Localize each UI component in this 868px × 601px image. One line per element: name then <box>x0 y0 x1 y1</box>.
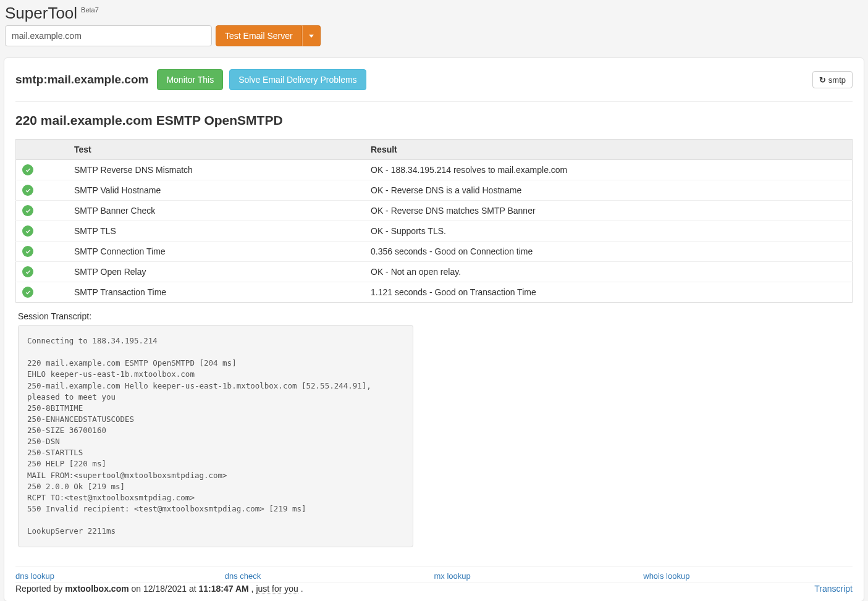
check-circle-icon <box>22 205 33 216</box>
test-name-cell: SMTP Open Relay <box>68 262 364 282</box>
check-circle-icon <box>22 164 33 175</box>
test-name-cell: SMTP Valid Hostname <box>68 180 364 201</box>
reported-by-row: Reported by mxtoolbox.com on 12/18/2021 … <box>15 582 853 596</box>
test-name-cell: SMTP Reverse DNS Mismatch <box>68 160 364 180</box>
test-name-cell: SMTP TLS <box>68 221 364 242</box>
smtp-banner-heading: 220 mail.example.com ESMTP OpenSMTPD <box>15 113 853 128</box>
beta-badge: Beta7 <box>81 6 99 14</box>
reported-on: on 12/18/2021 at <box>132 584 199 594</box>
status-cell <box>16 262 69 282</box>
table-row: SMTP Reverse DNS MismatchOK - 188.34.195… <box>16 160 853 180</box>
result-cell: 0.356 seconds - Good on Connection time <box>364 242 853 262</box>
table-row: SMTP Connection Time0.356 seconds - Good… <box>16 242 853 262</box>
footer-link[interactable]: dns check <box>225 571 434 581</box>
reported-prefix: Reported by <box>15 584 65 594</box>
transcript-link[interactable]: Transcript <box>814 584 853 594</box>
result-cell: OK - Supports TLS. <box>364 221 853 242</box>
table-row: SMTP Banner CheckOK - Reverse DNS matche… <box>16 201 853 221</box>
page-title: SuperTool <box>5 4 77 23</box>
check-circle-icon <box>22 185 33 196</box>
check-circle-icon <box>22 266 33 277</box>
status-cell <box>16 282 69 303</box>
result-cell: OK - Not an open relay. <box>364 262 853 282</box>
footer-link[interactable]: whois lookup <box>643 571 853 581</box>
status-cell <box>16 180 69 201</box>
col-status-header <box>16 140 69 160</box>
chevron-down-icon <box>309 35 314 38</box>
status-cell <box>16 160 69 180</box>
result-cell: OK - 188.34.195.214 resolves to mail.exa… <box>364 160 853 180</box>
reported-time: 11:18:47 AM <box>199 584 249 594</box>
status-cell <box>16 242 69 262</box>
reported-site: mxtoolbox.com <box>65 584 129 594</box>
monitor-this-button[interactable]: Monitor This <box>157 69 223 90</box>
footer-link[interactable]: mx lookup <box>434 571 644 581</box>
result-cell: OK - Reverse DNS matches SMTP Banner <box>364 201 853 221</box>
refresh-icon: ↻ <box>819 75 826 85</box>
footer-link[interactable]: dns lookup <box>15 571 225 581</box>
check-circle-icon <box>22 287 33 298</box>
transcript-label: Session Transcript: <box>18 311 853 321</box>
refresh-smtp-button[interactable]: ↻ smtp <box>812 71 853 88</box>
refresh-label: smtp <box>828 75 846 85</box>
table-row: SMTP TLSOK - Supports TLS. <box>16 221 853 242</box>
result-cell: 1.121 seconds - Good on Transaction Time <box>364 282 853 303</box>
query-title: smtp:mail.example.com <box>15 73 148 86</box>
check-circle-icon <box>22 225 33 237</box>
test-name-cell: SMTP Banner Check <box>68 201 364 221</box>
just-for-you-link[interactable]: just for you <box>256 584 298 594</box>
result-cell: OK - Reverse DNS is a valid Hostname <box>364 180 853 201</box>
session-transcript: Connecting to 188.34.195.214 220 mail.ex… <box>18 325 413 547</box>
col-result-header: Result <box>364 140 853 160</box>
results-panel: smtp:mail.example.com Monitor This Solve… <box>4 57 864 601</box>
check-circle-icon <box>22 246 33 257</box>
test-name-cell: SMTP Transaction Time <box>68 282 364 303</box>
top-header-area: SuperTool Beta7 Test Email Server <box>0 0 868 57</box>
status-cell <box>16 201 69 221</box>
footer-links-row: dns lookupdns checkmx lookupwhois lookup <box>15 566 853 581</box>
results-table: Test Result SMTP Reverse DNS MismatchOK … <box>15 139 853 303</box>
test-email-server-button[interactable]: Test Email Server <box>216 25 302 46</box>
test-action-dropdown-toggle[interactable] <box>302 25 321 46</box>
solve-email-problems-button[interactable]: Solve Email Delivery Problems <box>229 69 366 90</box>
table-row: SMTP Transaction Time1.121 seconds - Goo… <box>16 282 853 303</box>
reported-period: . <box>301 584 303 594</box>
table-row: SMTP Valid HostnameOK - Reverse DNS is a… <box>16 180 853 201</box>
table-row: SMTP Open RelayOK - Not an open relay. <box>16 262 853 282</box>
test-name-cell: SMTP Connection Time <box>68 242 364 262</box>
domain-input[interactable] <box>5 25 212 46</box>
col-test-header: Test <box>68 140 364 160</box>
status-cell <box>16 221 69 242</box>
